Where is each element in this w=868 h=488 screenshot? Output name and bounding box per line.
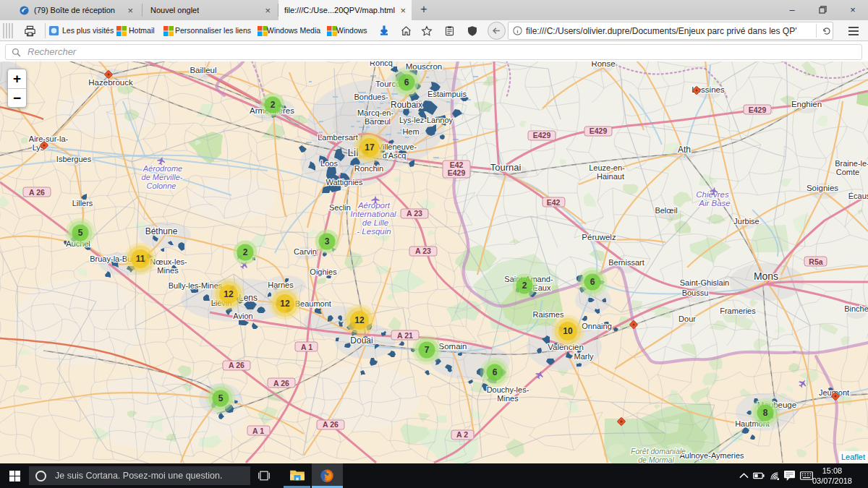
svg-text:Saint-Ghislain: Saint-Ghislain xyxy=(680,278,729,287)
svg-text:Ath: Ath xyxy=(678,145,691,155)
svg-text:Hazebrouck: Hazebrouck xyxy=(88,78,133,87)
svg-text:A 26: A 26 xyxy=(273,379,289,388)
svg-text:A 2: A 2 xyxy=(456,430,468,439)
svg-text:6: 6 xyxy=(404,77,409,87)
svg-text:de Merville-: de Merville- xyxy=(142,173,183,181)
svg-text:8: 8 xyxy=(763,408,768,418)
svg-text:Comte: Comte xyxy=(836,168,859,176)
svg-text:Dour: Dour xyxy=(678,314,696,323)
svg-text:Lambersart: Lambersart xyxy=(318,133,358,142)
svg-text:12: 12 xyxy=(224,289,234,299)
svg-text:Harnes: Harnes xyxy=(268,281,294,289)
svg-text:de Mormal: de Mormal xyxy=(638,455,674,463)
svg-text:Roubaix: Roubaix xyxy=(391,100,422,110)
svg-text:Aérodrome: Aérodrome xyxy=(142,164,182,173)
svg-text:6: 6 xyxy=(590,277,595,287)
svg-text:Lillers: Lillers xyxy=(72,199,93,207)
svg-text:2: 2 xyxy=(271,100,276,110)
svg-text:Aéroport: Aéroport xyxy=(357,201,391,210)
svg-text:Bondues-: Bondues- xyxy=(354,93,388,101)
svg-text:Lys-lez-Lannoy: Lys-lez-Lannoy xyxy=(399,116,454,124)
svg-text:R5a: R5a xyxy=(809,257,822,266)
svg-text:10: 10 xyxy=(563,326,573,336)
svg-text:International: International xyxy=(350,210,396,218)
svg-text:Estaimpuis: Estaimpuis xyxy=(427,90,467,98)
svg-text:Seclin: Seclin xyxy=(329,203,351,212)
svg-text:Soignies: Soignies xyxy=(807,184,838,192)
svg-text:Écaus: Écaus xyxy=(848,192,868,200)
svg-text:Barœul: Barœul xyxy=(365,117,391,126)
svg-text:- Lesquin: - Lesquin xyxy=(357,227,391,236)
svg-text:E429: E429 xyxy=(590,127,608,135)
svg-text:Colonne: Colonne xyxy=(147,181,176,190)
svg-text:Aulnoye-Aymeries: Aulnoye-Aymeries xyxy=(679,451,744,460)
svg-text:Mons: Mons xyxy=(754,270,778,282)
svg-text:A 26: A 26 xyxy=(323,420,339,429)
svg-text:A 1: A 1 xyxy=(301,343,312,351)
svg-text:A 23: A 23 xyxy=(415,247,431,255)
svg-text:Béthune: Béthune xyxy=(145,226,178,236)
svg-text:Douai: Douai xyxy=(350,335,373,346)
svg-text:Forêt domaniale: Forêt domaniale xyxy=(631,447,686,455)
svg-text:11: 11 xyxy=(136,254,145,264)
svg-text:Marcq-en-: Marcq-en- xyxy=(357,108,393,117)
svg-text:A 21: A 21 xyxy=(397,331,413,340)
svg-text:E42: E42 xyxy=(547,198,561,207)
svg-text:Leuze-en-: Leuze-en- xyxy=(589,163,625,172)
svg-text:Onnaing: Onnaing xyxy=(582,322,612,330)
svg-text:Wattignies: Wattignies xyxy=(326,178,363,187)
svg-text:Roncq: Roncq xyxy=(370,61,393,67)
svg-text:Mines: Mines xyxy=(497,394,519,403)
svg-text:Bernissart: Bernissart xyxy=(608,258,644,267)
svg-text:Marly: Marly xyxy=(574,352,594,361)
svg-text:Enghien: Enghien xyxy=(791,100,822,108)
svg-text:Bailleul: Bailleul xyxy=(190,66,216,74)
svg-text:Belœil: Belœil xyxy=(655,206,677,215)
svg-text:A 26: A 26 xyxy=(229,361,244,369)
svg-text:Oignies: Oignies xyxy=(310,267,337,276)
svg-text:6: 6 xyxy=(493,367,498,377)
svg-text:de Lille: de Lille xyxy=(362,218,388,227)
svg-text:Binche: Binche xyxy=(844,304,868,313)
svg-text:3: 3 xyxy=(325,236,330,247)
svg-text:Péruwelz: Péruwelz xyxy=(582,233,616,241)
svg-text:d'Ascq: d'Ascq xyxy=(383,151,407,160)
svg-text:Avion: Avion xyxy=(233,312,252,320)
svg-text:Mines: Mines xyxy=(157,266,179,275)
svg-text:Loos: Loos xyxy=(320,159,338,168)
svg-text:17: 17 xyxy=(365,142,375,153)
svg-text:5: 5 xyxy=(78,228,83,238)
svg-text:Ronchin: Ronchin xyxy=(354,164,383,173)
svg-text:Air Base: Air Base xyxy=(698,199,730,207)
svg-text:Braine-le-: Braine-le- xyxy=(835,159,868,168)
svg-text:Aire-sur-la-: Aire-sur-la- xyxy=(29,134,69,143)
svg-text:Isbergues: Isbergues xyxy=(56,155,92,163)
svg-text:A 26: A 26 xyxy=(29,188,45,197)
svg-text:2: 2 xyxy=(243,247,248,257)
svg-text:7: 7 xyxy=(425,345,430,355)
svg-text:E429: E429 xyxy=(749,106,767,114)
svg-text:Tournai: Tournai xyxy=(490,162,522,173)
svg-text:Somain: Somain xyxy=(439,342,467,351)
svg-text:A 23: A 23 xyxy=(407,209,422,218)
svg-text:Carvin: Carvin xyxy=(294,247,317,256)
svg-text:12: 12 xyxy=(280,299,290,309)
svg-text:Frameries: Frameries xyxy=(720,307,756,315)
svg-text:A 1: A 1 xyxy=(252,427,264,435)
svg-text:Hem: Hem xyxy=(402,127,419,136)
svg-text:Ronse: Ronse xyxy=(591,61,615,68)
svg-text:Leaflet: Leaflet xyxy=(841,453,865,461)
svg-text:E429: E429 xyxy=(448,168,466,177)
svg-text:2: 2 xyxy=(522,281,527,291)
svg-text:Boussu: Boussu xyxy=(682,288,709,297)
svg-text:Hainaut: Hainaut xyxy=(597,172,624,181)
svg-text:5: 5 xyxy=(218,393,224,403)
svg-text:E429: E429 xyxy=(533,131,551,140)
svg-text:Jurbise: Jurbise xyxy=(733,217,759,226)
svg-text:12: 12 xyxy=(354,315,365,325)
